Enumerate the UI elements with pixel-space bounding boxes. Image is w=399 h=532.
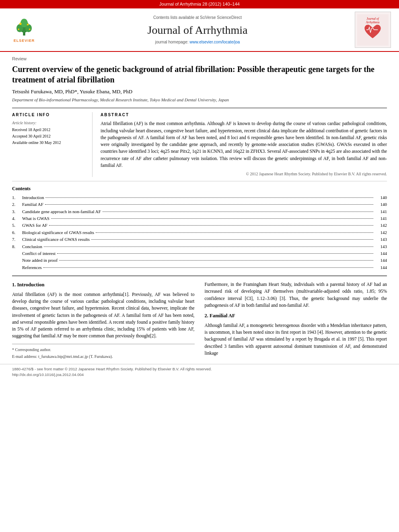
familial-af-paragraph: Although familial AF, a monogenetic hete… xyxy=(205,322,387,357)
svg-point-5 xyxy=(19,23,21,25)
received-date: Received 18 April 2012 xyxy=(12,127,86,133)
journal-title-area: Contents lists available at SciVerse Sci… xyxy=(40,15,355,45)
svg-text:Journal of: Journal of xyxy=(366,17,379,21)
toc-item-4: 4. What is GWAS 141 xyxy=(12,216,387,222)
elsevier-tree-icon xyxy=(12,16,36,37)
journal-citation: Journal of Arrhythmia 28 (2012) 140–144 xyxy=(159,2,240,6)
body-divider xyxy=(12,275,387,276)
body-right-col: Furthermore, in the Framingham Heart Stu… xyxy=(205,281,387,360)
abstract-heading: Abstract xyxy=(101,112,387,118)
body-left-col: 1. Introduction Atrial fibrillation (AF)… xyxy=(12,281,195,360)
toc-item-5: 5. GWAS for AF 142 xyxy=(12,222,387,228)
svg-point-8 xyxy=(29,29,31,30)
info-abstract-section: Article Info Article history: Received 1… xyxy=(12,108,387,177)
bottom-footer: 1880-4276/$ - see front matter © 2012 Ja… xyxy=(0,364,399,379)
toc-item-6: 6. Biological significance of GWAS resul… xyxy=(12,230,387,236)
accepted-date: Accepted 30 April 2012 xyxy=(12,134,86,139)
journal-cover-image: Journal of Arrhythmia xyxy=(355,12,391,48)
email-note: E-mail address: t_furukawa.bip@mri.tmd.a… xyxy=(12,353,195,359)
elsevier-logo: ELSEVIER xyxy=(8,16,40,43)
toc-item-1: 1. Introduction 140 xyxy=(12,195,387,201)
svg-point-6 xyxy=(27,24,29,26)
intro-heading: 1. Introduction xyxy=(12,281,195,289)
toc-item-references: References 144 xyxy=(12,265,387,271)
svg-point-7 xyxy=(18,29,20,30)
homepage-link[interactable]: www.elsevier.com/locate/joa xyxy=(189,40,240,44)
section-divider xyxy=(12,181,387,181)
body-columns: 1. Introduction Atrial fibrillation (AF)… xyxy=(12,281,387,360)
journal-homepage: journal homepage: www.elsevier.com/locat… xyxy=(40,39,355,45)
article-title: Current overview of the genetic backgrou… xyxy=(12,64,387,85)
article-info-heading: Article Info xyxy=(12,112,86,118)
toc-item-3: 3. Candidate gene approach in non-famili… xyxy=(12,209,387,215)
journal-citation-bar: Journal of Arrhythmia 28 (2012) 140–144 xyxy=(0,0,399,8)
abstract-text: Atrial fibrillation (AF) is the most com… xyxy=(101,120,387,169)
elsevier-wordmark: ELSEVIER xyxy=(14,38,35,43)
svg-text:Arrhythmia: Arrhythmia xyxy=(366,21,380,24)
toc-item-7: 7. Clinical significance of GWAS results… xyxy=(12,236,387,242)
journal-header: ELSEVIER Contents lists available at Sci… xyxy=(0,8,399,52)
doi-line: http://dx.doi.org/10.1016/j.joa.2012.04.… xyxy=(12,372,387,377)
familial-af-heading: 2. Familial AF xyxy=(205,312,387,320)
main-content: Review Current overview of the genetic b… xyxy=(0,52,399,364)
article-section-label: Review xyxy=(12,56,387,62)
toc-item-2: 2. Familial AF 140 xyxy=(12,201,387,207)
cover-svg: Journal of Arrhythmia xyxy=(357,13,389,47)
journal-title: Journal of Arrhythmia xyxy=(40,22,355,38)
right-paragraph-1: Furthermore, in the Framingham Heart Stu… xyxy=(205,281,387,309)
toc-item-8: 8. Conclusion 143 xyxy=(12,244,387,250)
corresponding-note: * Corresponding author. xyxy=(12,347,195,353)
copyright-notice: © 2012 Japanese Heart Rhythm Society. Pu… xyxy=(101,171,387,177)
table-of-contents: Contents 1. Introduction 140 2. Familial… xyxy=(12,185,387,271)
toc-item-conflict: Conflict of interest 144 xyxy=(12,251,387,257)
available-date: Available online 30 May 2012 xyxy=(12,140,86,146)
authors: Tetsushi Furukawa, MD, PhD*, Yusuke Eban… xyxy=(12,88,387,95)
svg-point-4 xyxy=(21,19,28,28)
affiliation: Department of Bio-informational Pharmaco… xyxy=(12,97,387,103)
issn-line: 1880-4276/$ - see front matter © 2012 Ja… xyxy=(12,366,387,372)
footnotes: * Corresponding author. E-mail address: … xyxy=(12,344,195,359)
article-info-panel: Article Info Article history: Received 1… xyxy=(12,112,93,177)
toc-title: Contents xyxy=(12,185,387,192)
toc-item-note: Note added in proof 144 xyxy=(12,257,387,263)
sciverse-notice: Contents lists available at SciVerse Sci… xyxy=(40,15,355,21)
abstract-panel: Abstract Atrial fibrillation (AF) is the… xyxy=(101,112,387,177)
history-label: Article history: xyxy=(12,120,86,126)
intro-paragraph-1: Atrial fibrillation (AF) is the most com… xyxy=(12,291,195,340)
